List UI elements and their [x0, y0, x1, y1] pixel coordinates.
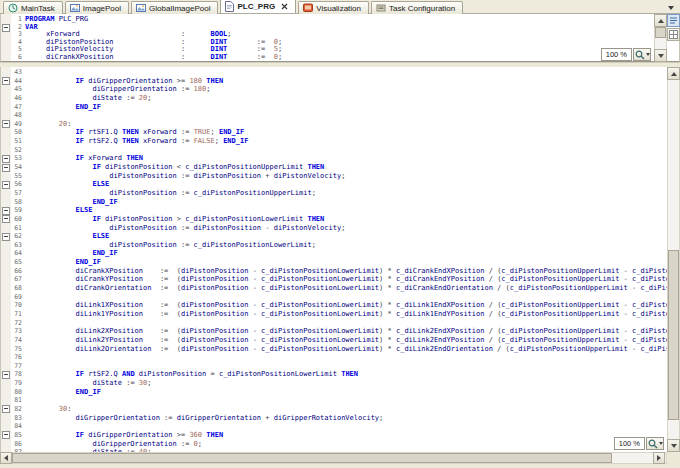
code-line: 1PROGRAM PLC_PRG	[1, 16, 679, 24]
fold-toggle-icon[interactable]	[1, 154, 11, 163]
code-line: 81	[1, 396, 679, 405]
declaration-lines: 1PROGRAM PLC_PRG2VAR3 xForward : BOOL;4 …	[1, 16, 679, 62]
fold-toggle-icon[interactable]	[1, 215, 11, 224]
tab-overflow-button[interactable]	[665, 3, 677, 12]
fold-toggle-icon[interactable]	[1, 180, 11, 189]
fold-toggle-icon[interactable]	[1, 77, 11, 86]
code-line: 77	[1, 362, 679, 371]
textual-view-button[interactable]	[667, 14, 680, 27]
tab-label: GlobalImagePool	[149, 4, 210, 13]
line-number: 73	[11, 327, 25, 336]
tab-task-configuration[interactable]: Task Configuration	[371, 1, 463, 14]
line-number: 47	[11, 103, 25, 112]
scrollbar-corner	[667, 452, 680, 464]
fold-margin	[1, 362, 11, 371]
close-icon[interactable]	[281, 3, 288, 10]
code-line: 52	[1, 146, 679, 155]
fold-margin	[1, 327, 11, 336]
code-text: diGripperOrientation := diGripperOrienta…	[25, 414, 383, 423]
fold-toggle-icon[interactable]	[1, 431, 11, 440]
declaration-scroll-down-button[interactable]	[654, 49, 667, 62]
code-text: diLink1XPosition := (diPistonPosition - …	[25, 301, 680, 310]
tab-plc-prg[interactable]: PLC_PRG	[220, 0, 296, 13]
code-scroll-right-button[interactable]	[653, 452, 665, 464]
line-number: 60	[11, 215, 25, 224]
line-number: 79	[11, 379, 25, 388]
line-number: 43	[11, 68, 25, 77]
code-scroll-left-button[interactable]	[0, 452, 12, 464]
code-text: END_IF	[25, 258, 101, 267]
fold-toggle-icon[interactable]	[1, 206, 11, 215]
line-number: 52	[11, 146, 25, 155]
line-number: 85	[11, 431, 25, 440]
declaration-zoom-level: 100 %	[601, 48, 632, 61]
image-pool-icon	[70, 3, 80, 13]
code-text: END_IF	[25, 249, 118, 258]
code-text: ELSE	[25, 206, 92, 215]
line-number: 77	[11, 362, 25, 371]
arrow-down-icon	[671, 444, 677, 448]
code-text: diPistonPosition := diPistonPosition - d…	[25, 224, 345, 233]
fold-toggle-icon[interactable]	[1, 370, 11, 379]
code-line: 85 IF diGripperOrientation >= 360 THEN	[1, 431, 679, 440]
code-scroll-up-button[interactable]	[667, 67, 680, 80]
fold-margin	[1, 224, 11, 233]
fold-margin	[1, 68, 11, 77]
fold-margin	[1, 249, 11, 258]
fold-toggle-icon[interactable]	[1, 163, 11, 172]
code-horizontal-scrollbar-thumb[interactable]	[12, 453, 612, 463]
code-text: diLink1YPosition := (diPistonPosition - …	[25, 310, 680, 319]
fold-margin	[1, 46, 11, 54]
code-line: 60 IF diPistonPosition > c_diPistonPosit…	[1, 215, 679, 224]
tab-imagepool[interactable]: ImagePool	[65, 1, 129, 14]
code-line: 63 diPistonPosition := c_diPistonPositio…	[1, 241, 679, 250]
tab-label: ImagePool	[83, 4, 121, 13]
code-text: 30:	[25, 405, 71, 414]
code-editor[interactable]: 4344 IF diGripperOrientation >= 180 THEN…	[0, 67, 680, 452]
fold-margin	[1, 353, 11, 362]
fold-margin	[1, 267, 11, 276]
code-zoom-button[interactable]	[646, 437, 664, 450]
code-text: diPistonPosition := c_diPistonPositionUp…	[25, 189, 316, 198]
fold-margin	[1, 137, 11, 146]
code-zoom-control: 100 %	[614, 437, 664, 450]
code-line: 72	[1, 319, 679, 328]
code-text: diGripperOrientation := 0;	[25, 440, 202, 449]
fold-margin	[1, 336, 11, 345]
line-number: 75	[11, 345, 25, 354]
fold-toggle-icon[interactable]	[1, 24, 11, 32]
code-text: diState := 30;	[25, 379, 151, 388]
line-number: 44	[11, 77, 25, 86]
fold-margin	[1, 396, 11, 405]
line-number: 54	[11, 163, 25, 172]
line-number: 84	[11, 422, 25, 431]
code-line: 68 diCrankOrientation := (diPistonPositi…	[1, 284, 679, 293]
fold-margin	[1, 284, 11, 293]
task-icon	[8, 3, 18, 13]
arrow-left-icon	[4, 455, 8, 461]
line-number: 65	[11, 258, 25, 267]
tab-maintask[interactable]: MainTask	[3, 1, 63, 14]
code-scroll-down-button[interactable]	[667, 439, 680, 452]
code-line: 65 END_IF	[1, 258, 679, 267]
code-line: 76	[1, 353, 679, 362]
tabular-view-button[interactable]	[667, 28, 680, 41]
fold-margin	[1, 241, 11, 250]
declaration-scroll-up-button[interactable]	[654, 14, 667, 27]
code-scrollbar-thumb[interactable]	[668, 250, 679, 420]
tab-visualization[interactable]: Visualization	[298, 1, 369, 14]
fold-toggle-icon[interactable]	[1, 232, 11, 241]
declaration-zoom-button[interactable]	[633, 48, 651, 61]
code-line: 82 30:	[1, 405, 679, 414]
line-number: 59	[11, 206, 25, 215]
declaration-editor[interactable]: 1PROGRAM PLC_PRG2VAR3 xForward : BOOL;4 …	[0, 14, 680, 62]
tab-globalimagepool[interactable]: GlobalImagePool	[131, 1, 218, 14]
fold-margin	[1, 345, 11, 354]
visualization-icon	[303, 3, 313, 13]
line-number: 61	[11, 224, 25, 233]
line-number: 63	[11, 241, 25, 250]
code-line: 51 IF rtSF2.Q THEN xForward := FALSE; EN…	[1, 137, 679, 146]
declaration-scrollbar-thumb[interactable]	[655, 27, 666, 38]
fold-toggle-icon[interactable]	[1, 120, 11, 129]
fold-toggle-icon[interactable]	[1, 405, 11, 414]
